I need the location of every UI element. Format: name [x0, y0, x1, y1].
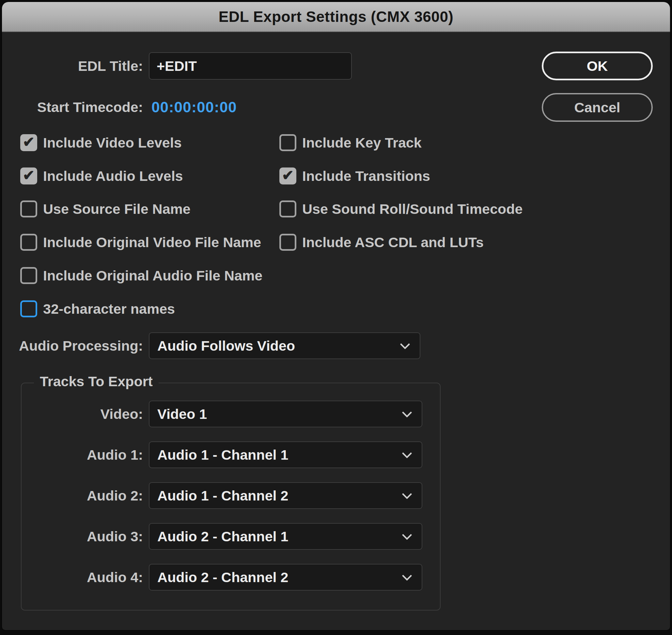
chevron-down-icon [402, 448, 412, 458]
checkbox-include-transitions[interactable]: ✔ Include Transitions [279, 166, 430, 186]
audio3-track-select[interactable]: Audio 2 - Channel 1 [149, 523, 422, 550]
check-icon: ✔ [23, 168, 35, 182]
ok-button[interactable]: OK [542, 51, 653, 80]
cancel-button[interactable]: Cancel [542, 93, 653, 122]
checkbox-include-asc-cdl-and-luts[interactable]: ✔ Include ASC CDL and LUTs [279, 232, 484, 253]
audio2-track-value: Audio 1 - Channel 2 [150, 488, 288, 504]
checkbox-box-icon[interactable]: ✔ [279, 168, 296, 184]
checkbox-label: Use Source File Name [43, 201, 191, 217]
dialog-title: EDL Export Settings (CMX 3600) [219, 8, 454, 25]
checkbox-label: Include Audio Levels [43, 168, 183, 184]
video-track-value: Video 1 [150, 406, 207, 422]
checkbox-use-source-file-name[interactable]: ✔ Use Source File Name [20, 199, 191, 219]
audio1-track-value: Audio 1 - Channel 1 [150, 447, 288, 463]
audio2-track-row: Audio 2: Audio 1 - Channel 2 [2, 482, 422, 509]
start-timecode-value[interactable]: 00:00:00:00 [152, 98, 237, 116]
audio-processing-select[interactable]: Audio Follows Video [149, 332, 420, 359]
ok-button-label: OK [587, 58, 608, 74]
audio2-track-select[interactable]: Audio 1 - Channel 2 [149, 482, 422, 509]
checkbox-include-original-audio-file-name[interactable]: ✔ Include Original Audio File Name [20, 265, 262, 286]
checkbox-box-icon[interactable]: ✔ [20, 200, 37, 217]
chevron-down-icon [402, 571, 412, 581]
checkbox-label: Include Transitions [302, 168, 430, 184]
start-timecode-row: Start Timecode: 00:00:00:00 [2, 97, 237, 116]
audio4-track-label: Audio 4: [2, 569, 143, 585]
audio4-track-value: Audio 2 - Channel 2 [150, 569, 288, 585]
checkbox-use-sound-roll-sound-timecode[interactable]: ✔ Use Sound Roll/Sound Timecode [279, 199, 522, 219]
edl-title-input[interactable] [149, 52, 352, 80]
audio1-track-label: Audio 1: [2, 447, 143, 463]
chevron-down-icon [402, 530, 412, 540]
checkbox-box-icon[interactable]: ✔ [20, 168, 37, 184]
checkbox-label: Include Original Video File Name [43, 235, 261, 250]
audio1-track-row: Audio 1: Audio 1 - Channel 1 [2, 441, 422, 468]
edl-title-row: EDL Title: [2, 52, 352, 80]
checkbox-include-video-levels[interactable]: ✔ Include Video Levels [20, 133, 182, 153]
edl-title-label: EDL Title: [2, 58, 143, 74]
chevron-down-icon [400, 339, 410, 349]
dialog-titlebar[interactable]: EDL Export Settings (CMX 3600) [2, 2, 670, 32]
cancel-button-label: Cancel [574, 100, 620, 115]
chevron-down-icon [402, 489, 412, 499]
tracks-to-export-legend: Tracks To Export [34, 373, 159, 390]
audio4-track-row: Audio 4: Audio 2 - Channel 2 [2, 564, 422, 591]
edl-export-settings-dialog: EDL Export Settings (CMX 3600) EDL Title… [2, 2, 670, 630]
checkbox-label: Include ASC CDL and LUTs [302, 235, 484, 250]
audio-processing-value: Audio Follows Video [150, 338, 295, 354]
checkbox-box-icon[interactable]: ✔ [20, 267, 37, 284]
checkbox-label: Use Sound Roll/Sound Timecode [302, 201, 522, 217]
audio-processing-label: Audio Processing: [2, 338, 143, 354]
checkbox-box-icon[interactable]: ✔ [20, 134, 37, 151]
checkbox-box-icon[interactable]: ✔ [20, 234, 37, 251]
audio-processing-row: Audio Processing: Audio Follows Video [2, 332, 420, 360]
chevron-down-icon [402, 408, 412, 418]
checkbox-include-key-track[interactable]: ✔ Include Key Track [279, 133, 422, 153]
start-timecode-label: Start Timecode: [2, 99, 143, 115]
audio1-track-select[interactable]: Audio 1 - Channel 1 [149, 441, 422, 468]
check-icon: ✔ [282, 168, 294, 182]
video-track-select[interactable]: Video 1 [149, 400, 422, 428]
checkbox-box-icon[interactable]: ✔ [279, 234, 296, 251]
audio3-track-row: Audio 3: Audio 2 - Channel 1 [2, 523, 422, 550]
video-track-label: Video: [2, 406, 143, 422]
check-icon: ✔ [23, 135, 35, 149]
checkbox-label: Include Video Levels [43, 135, 182, 151]
checkbox-box-icon[interactable]: ✔ [279, 200, 296, 217]
audio3-track-value: Audio 2 - Channel 1 [150, 529, 288, 545]
audio4-track-select[interactable]: Audio 2 - Channel 2 [149, 564, 422, 591]
checkbox-label: Include Key Track [302, 135, 422, 151]
audio2-track-label: Audio 2: [2, 488, 143, 504]
audio3-track-label: Audio 3: [2, 529, 143, 545]
checkbox-32-character-names[interactable]: ✔ 32-character names [20, 299, 175, 319]
checkbox-box-icon[interactable]: ✔ [279, 134, 296, 151]
video-track-row: Video: Video 1 [2, 400, 422, 428]
checkbox-include-original-video-file-name[interactable]: ✔ Include Original Video File Name [20, 232, 261, 253]
checkbox-box-icon[interactable]: ✔ [20, 300, 37, 318]
checkbox-label: Include Original Audio File Name [43, 268, 262, 284]
checkbox-label: 32-character names [43, 301, 175, 317]
checkbox-include-audio-levels[interactable]: ✔ Include Audio Levels [20, 166, 183, 186]
